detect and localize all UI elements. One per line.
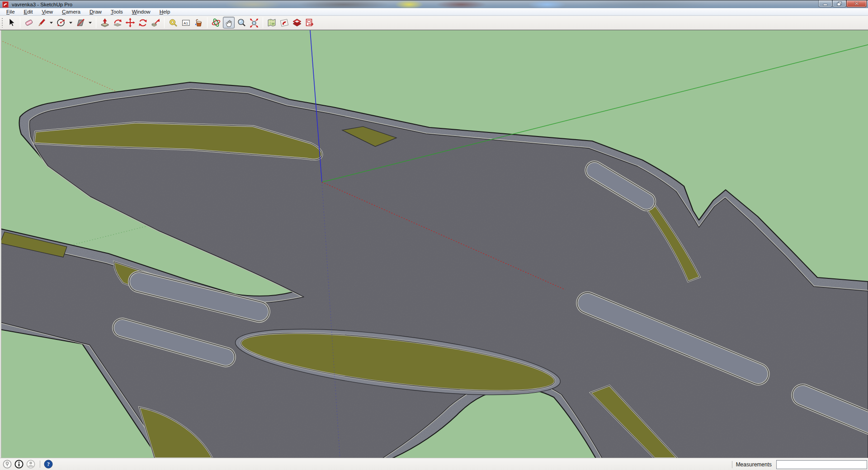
statusbar-separator [40,461,40,468]
rectangle-icon [75,18,85,28]
status-bar: ? Measurements [0,458,868,470]
toolbar-separator [207,17,208,28]
circle-tool-button[interactable] [55,17,67,28]
paint-bucket-tool-button[interactable] [193,17,204,28]
rotate-icon [138,18,148,28]
followme-tool-button[interactable] [112,17,123,28]
orbit-tool-button[interactable] [210,17,222,28]
modeling-viewport[interactable] [0,30,868,458]
viewport-left-strip [0,30,1,458]
title-bar: vavrenka3 - SketchUp Pro [0,0,868,8]
pan-hand-icon [224,18,234,28]
help-icon[interactable]: ? [44,460,53,469]
send-to-layout-icon [305,18,315,28]
chevron-down-icon [49,21,53,24]
paint-bucket-icon [193,18,203,28]
toolbar-drag-handle[interactable] [1,18,4,28]
zoom-tool-button[interactable] [236,17,247,28]
sketchup-logo-icon [2,1,9,8]
statusbar-separator [732,461,732,468]
zoom-extents-tool-button[interactable] [248,17,260,28]
pushpull-tool-button[interactable] [99,17,111,28]
eraser-tool-button[interactable] [23,17,35,28]
toolbar: A1 [0,16,868,30]
menu-view[interactable]: View [37,8,57,16]
menu-help[interactable]: Help [155,8,175,16]
toolbar-separator [96,17,96,28]
add-location-button[interactable] [266,17,278,28]
pencil-icon [37,18,47,28]
scale-tool-button[interactable] [150,17,161,28]
credits-icon[interactable] [14,460,24,469]
chevron-down-icon [88,21,92,24]
scale-icon [151,18,160,28]
menu-window[interactable]: Window [127,8,155,16]
get-models-icon [279,18,289,28]
select-arrow-icon [6,18,16,28]
menu-draw[interactable]: Draw [85,8,106,16]
svg-text:A1: A1 [184,21,188,25]
toolbar-separator [164,17,165,28]
rotate-tool-button[interactable] [137,17,149,28]
measurements-input[interactable] [776,460,867,469]
select-tool-button[interactable] [5,17,17,28]
menu-edit[interactable]: Edit [19,8,38,16]
window-title: vavrenka3 - SketchUp Pro [12,1,72,8]
line-options-dropdown[interactable] [48,17,54,28]
text-tool-button[interactable]: A1 [180,17,192,28]
minimize-button[interactable] [818,0,832,7]
tape-measure-icon [168,18,178,28]
geolocation-icon[interactable] [3,460,12,469]
circle-icon [56,18,66,28]
measurements-label: Measurements [736,461,772,468]
restore-icon [837,1,842,6]
followme-icon [113,18,123,28]
pushpull-icon [100,18,110,28]
move-icon [125,18,135,28]
send-to-layout-button[interactable] [304,17,316,28]
minimize-icon [823,2,828,6]
get-models-button[interactable] [278,17,290,28]
toolbar-separator [20,17,20,28]
line-tool-button[interactable] [36,17,47,28]
menu-file[interactable]: File [2,8,19,16]
add-location-map-icon [267,18,277,28]
menu-bar: File Edit View Camera Draw Tools Window … [0,8,868,16]
pan-tool-button[interactable] [223,17,235,28]
sign-in-icon[interactable] [26,460,35,469]
rectangle-options-dropdown[interactable] [87,17,93,28]
menu-tools[interactable]: Tools [106,8,127,16]
zoom-icon [236,18,246,28]
toolbar-separator [263,17,263,28]
eraser-icon [24,18,34,28]
share-model-button[interactable] [291,17,303,28]
close-button[interactable] [846,0,867,7]
tape-measure-tool-button[interactable] [167,17,179,28]
model-canvas [0,30,868,458]
menu-camera[interactable]: Camera [57,8,85,16]
zoom-extents-icon [249,18,259,28]
circle-options-dropdown[interactable] [68,17,74,28]
svg-text:?: ? [47,461,50,467]
move-tool-button[interactable] [124,17,136,28]
restore-button[interactable] [832,0,846,7]
share-model-icon [292,18,302,28]
text-icon: A1 [181,18,191,28]
close-icon [854,1,859,6]
orbit-icon [211,18,221,28]
chevron-down-icon [69,21,73,24]
rectangle-tool-button[interactable] [75,17,86,28]
